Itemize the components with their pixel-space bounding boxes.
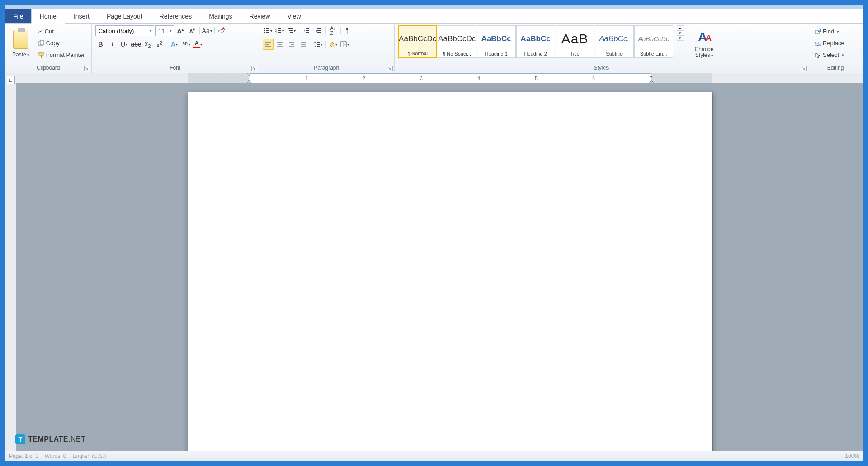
bold-button[interactable]: B — [95, 39, 106, 50]
replace-icon: abac — [815, 40, 821, 47]
sort-button[interactable]: A↓Z — [328, 25, 339, 36]
align-right-button[interactable] — [286, 39, 297, 50]
style-preview: AaBbCcDc — [438, 27, 476, 51]
svg-rect-44 — [317, 44, 320, 45]
underline-button[interactable]: U — [119, 39, 130, 50]
svg-rect-23 — [306, 32, 309, 33]
tab-mailings[interactable]: Mailings — [200, 9, 241, 23]
status-page[interactable]: Page: 1 of 1 — [9, 453, 38, 459]
styles-gallery-scroll[interactable]: ▴ ▾ ▾ — [677, 25, 684, 41]
styles-dialog-launcher[interactable]: ↘ — [801, 66, 807, 71]
strikethrough-button[interactable]: abc — [131, 39, 142, 50]
copy-button[interactable]: Copy — [35, 38, 88, 48]
tab-selector[interactable]: ∟ — [7, 76, 15, 84]
vertical-ruler[interactable]: ∟ — [5, 73, 16, 451]
align-left-button[interactable] — [263, 39, 274, 50]
right-indent[interactable] — [649, 80, 654, 83]
font-name-select[interactable]: Calibri (Body) — [95, 25, 154, 36]
style-subtitle[interactable]: AaBbCc.Subtitle — [595, 25, 634, 58]
tab-view[interactable]: View — [278, 9, 309, 23]
tab-file[interactable]: File — [5, 9, 31, 23]
ribbon: Paste ✂ Cut Copy Format Painter — [5, 24, 863, 73]
italic-button[interactable]: I — [107, 39, 118, 50]
style-name: ¶ Normal — [407, 51, 427, 56]
status-language[interactable]: English (U.S.) — [73, 453, 106, 459]
font-dialog-launcher[interactable]: ↘ — [251, 66, 257, 71]
cut-button[interactable]: ✂ Cut — [35, 26, 88, 37]
workspace: ∟ 1234567 T TEMPLATE.NET — [5, 73, 863, 451]
gallery-down[interactable]: ▾ — [677, 31, 684, 36]
svg-rect-19 — [289, 30, 293, 31]
gallery-up[interactable]: ▴ — [677, 26, 684, 31]
svg-rect-36 — [291, 44, 294, 45]
highlight-button[interactable]: ab — [181, 39, 192, 50]
clear-formatting-button[interactable]: A — [217, 25, 227, 36]
align-center-button[interactable] — [274, 39, 285, 50]
select-label: Select — [823, 52, 839, 58]
format-painter-button[interactable]: Format Painter — [35, 50, 88, 60]
grow-font-button[interactable]: A▴ — [175, 25, 186, 36]
shading-button[interactable] — [328, 39, 339, 50]
tab-home[interactable]: Home — [31, 9, 65, 24]
superscript-button[interactable]: x2 — [154, 39, 165, 50]
replace-button[interactable]: abac Replace — [812, 38, 847, 48]
tab-review[interactable]: Review — [241, 9, 279, 23]
subscript-button[interactable]: x2 — [142, 39, 153, 50]
numbering-button[interactable]: 123 — [274, 25, 285, 36]
decrease-indent-button[interactable] — [301, 25, 312, 36]
paste-button[interactable]: Paste — [9, 25, 33, 62]
italic-icon: I — [111, 41, 113, 48]
svg-rect-18 — [288, 28, 293, 29]
tab-references[interactable]: References — [151, 9, 201, 23]
horizontal-ruler[interactable]: 1234567 — [16, 73, 863, 83]
borders-icon — [340, 41, 347, 47]
gallery-more[interactable]: ▾ — [677, 36, 684, 40]
group-paragraph: 123 A↓Z ¶ — [259, 24, 395, 73]
first-line-indent[interactable] — [247, 73, 251, 76]
document-page[interactable] — [188, 92, 712, 451]
status-words[interactable]: Words: 0 — [45, 453, 66, 459]
show-hide-button[interactable]: ¶ — [343, 25, 354, 36]
bucket-icon — [329, 41, 335, 47]
svg-rect-31 — [265, 46, 271, 47]
style-heading-2[interactable]: AaBbCcHeading 2 — [516, 25, 555, 58]
tab-page-layout[interactable]: Page Layout — [98, 9, 151, 23]
svg-rect-20 — [290, 32, 293, 33]
clipboard-dialog-launcher[interactable]: ↘ — [84, 66, 90, 71]
increase-indent-button[interactable] — [313, 25, 324, 36]
style--no-spaci-[interactable]: AaBbCcDc¶ No Spaci... — [438, 25, 476, 58]
superscript-icon: x2 — [156, 40, 162, 49]
font-group-label: Font — [95, 64, 255, 72]
style-name: Subtle Em... — [640, 51, 667, 56]
change-case-button[interactable]: Aa — [202, 25, 212, 36]
text-effects-button[interactable]: A — [169, 39, 180, 50]
line-spacing-button[interactable] — [313, 39, 324, 50]
svg-marker-28 — [316, 30, 317, 32]
paste-label: Paste — [12, 52, 29, 58]
ruler-number: 5 — [535, 76, 538, 81]
borders-button[interactable] — [340, 39, 350, 50]
hanging-indent[interactable] — [247, 80, 251, 83]
svg-rect-35 — [289, 42, 294, 43]
multilevel-list-button[interactable] — [286, 25, 297, 36]
justify-button[interactable] — [298, 39, 309, 50]
select-button[interactable]: Select — [812, 50, 847, 60]
svg-point-46 — [333, 45, 335, 47]
style-heading-1[interactable]: AaBbCcHeading 1 — [477, 25, 516, 58]
change-styles-button[interactable]: AA Change Styles — [692, 25, 717, 62]
svg-point-8 — [264, 30, 265, 32]
styles-group-label: Styles — [398, 64, 804, 72]
font-size-select[interactable]: 11 — [155, 25, 174, 36]
style-subtle-em-[interactable]: AaBbCcDcSubtle Em... — [634, 25, 673, 58]
find-button[interactable]: Find — [812, 26, 847, 37]
status-zoom[interactable]: 100% — [845, 453, 859, 459]
bullets-button[interactable] — [263, 25, 274, 36]
style--normal[interactable]: AaBbCcDc¶ Normal — [398, 25, 437, 58]
paragraph-dialog-launcher[interactable]: ↘ — [387, 66, 393, 71]
shrink-font-button[interactable]: A▾ — [187, 25, 198, 36]
tab-insert[interactable]: Insert — [65, 9, 98, 23]
paragraph-group-label: Paragraph — [263, 64, 391, 72]
font-color-button[interactable]: A — [193, 39, 203, 50]
pilcrow-icon: ¶ — [346, 27, 350, 35]
style-title[interactable]: AaBTitle — [556, 25, 594, 58]
